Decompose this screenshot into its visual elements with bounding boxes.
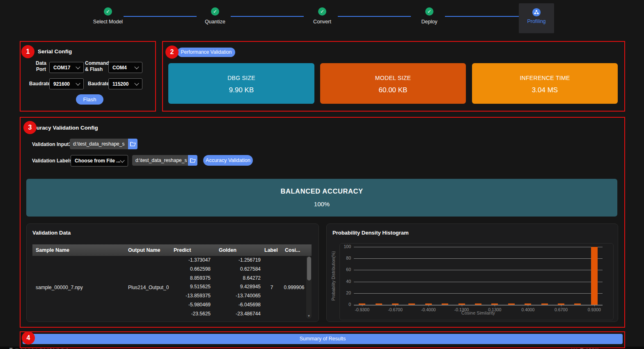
balanced-accuracy-title: BALANCED ACCURACY [26,187,617,195]
histogram-bar [574,303,581,305]
baudrate-label-2: Baudrate [88,81,107,87]
annotation-badge-4: 4 [22,331,35,344]
histogram-xlabel: Cosine Similarity [445,310,511,315]
step-connector [124,16,197,17]
command-flash-select[interactable]: COM4 [108,62,142,73]
card-title: MODEL SIZE [320,75,466,81]
step-select-model[interactable]: ✓ Select Model [83,7,133,25]
browse-labels-button[interactable] [188,155,197,166]
table-scrollbar[interactable]: ▼ [306,256,312,319]
chevron-down-icon [120,158,124,162]
baudrate-select-1[interactable]: 921600 [49,78,84,89]
x-tick-label: -0.4000 [416,307,441,312]
check-circle-icon: ✓ [211,7,219,16]
taskbar-right-icons: [=] ▦ Analy [571,347,599,349]
accuracy-validation-button[interactable]: Accuracy Validation [203,155,253,166]
chevron-down-icon [76,64,80,69]
col-output-name: Output Name [125,247,172,253]
step-deploy[interactable]: ✓ Deploy [405,7,454,25]
check-circle-icon: ✓ [104,7,112,16]
x-tick-label: 0.6700 [549,307,573,312]
validation-labels-field[interactable]: d:\test_data_reshape_s [132,155,188,166]
performance-validation-badge: Performance Validation [177,48,235,57]
scroll-down-icon[interactable]: ▼ [306,314,312,318]
y-tick-label: 80 [338,255,351,260]
baudrate-select-2[interactable]: 115200 [108,78,142,89]
data-port-value: COM17 [50,65,70,71]
browse-input-button[interactable] [128,139,138,149]
validation-data-title: Validation Data [32,230,71,236]
histogram-bar [475,303,481,305]
card-value: 60.00 KB [320,86,466,94]
chevron-down-icon [76,81,80,85]
col-golden: Golden [211,247,261,253]
cell-label: 7 [261,256,282,319]
card-title: INFERENCE TIME [472,75,618,81]
histogram-plot: 020406080100-0.9300-0.6700-0.4000-0.1300… [354,247,603,305]
cell-predict: -1.3730470.662598 8.8593759.515625 -13.8… [172,256,211,319]
taskbar-left-icons: ▂▄▆ ▭ | | | | ↓ ▷| (X) 0 ^ 3 [2,347,69,349]
x-tick-mark [561,305,561,306]
x-tick-mark [395,305,396,306]
annotation-badge-1: 1 [21,45,34,58]
histogram-bar [591,247,598,305]
flash-button[interactable]: Flash [76,94,103,105]
gridline [354,258,603,259]
data-port-select[interactable]: COM17 [49,62,84,73]
chevron-down-icon [134,81,139,85]
step-convert[interactable]: ✓ Convert [298,7,347,25]
col-predict: Predict [172,247,211,253]
col-cosine: Cosi... [282,247,306,253]
y-tick-label: 20 [338,290,351,295]
open-folder-icon [190,158,196,163]
inference-time-card: INFERENCE TIME 3.04 MS [472,63,618,104]
x-tick-label: -0.9300 [350,307,374,312]
x-tick-label: 0.4000 [516,307,540,312]
baudrate-label-1: Baudrate [29,81,48,87]
taskbar-strip: ▂▄▆ ▭ | | | | ↓ ▷| (X) 0 ^ 3 [=] ▦ Analy [0,347,644,349]
x-tick-mark [528,305,528,306]
x-tick-mark [362,305,362,306]
x-tick-mark [462,305,462,306]
validation-labels-label: Validation Labels [32,158,72,164]
command-flash-value: COM4 [109,65,127,71]
profiling-icon [532,8,541,17]
histogram-bar [408,303,415,305]
annotation-badge-2: 2 [165,46,179,59]
step-connector [445,16,519,17]
validation-input-label: Validation Input3 [32,141,71,148]
step-label: Convert [298,19,347,25]
step-label: Profiling [519,18,554,24]
histogram-bar [508,303,515,305]
data-port-label: Data Port [34,60,48,73]
y-tick-label: 60 [338,267,351,272]
step-connector [338,16,411,17]
scrollbar-thumb[interactable] [307,257,311,281]
y-tick-label: 0 [338,302,351,307]
gridline [354,305,603,306]
validation-labels-value: d:\test_data_reshape_s [132,157,187,163]
step-label: Select Model [83,19,133,25]
col-sample-name: Sample Name [32,247,125,253]
table-row[interactable]: sample_00000_7.npy Plus214_Output_0 -1.3… [32,256,312,319]
card-value: 9.90 KB [168,86,314,94]
baudrate-value-2: 115200 [109,81,128,87]
cell-cosine: 0.999906 [282,256,306,319]
step-quantize[interactable]: ✓ Quantize [190,7,240,25]
cell-output-name: Plus214_Output_0 [125,256,172,319]
accuracy-config-title: Accuracy Validation Config [26,125,98,131]
step-profiling[interactable]: Profiling [519,3,554,33]
annotation-badge-3: 3 [23,121,37,134]
labels-source-select[interactable]: Choose from File ... [71,155,128,167]
x-tick-label: -0.6700 [383,307,408,312]
gridline [354,247,603,247]
check-circle-icon: ✓ [425,7,433,16]
y-tick-label: 100 [338,244,351,249]
validation-input-field[interactable]: d:\test_data_reshape_s [70,139,128,149]
command-flash-label: Command & Flash [85,60,109,73]
card-title: DBG SIZE [168,75,314,81]
col-label: Label [261,247,282,253]
check-circle-icon: ✓ [318,7,326,16]
summary-of-results-button[interactable]: Summary of Results [23,334,623,344]
step-connector [231,16,304,17]
